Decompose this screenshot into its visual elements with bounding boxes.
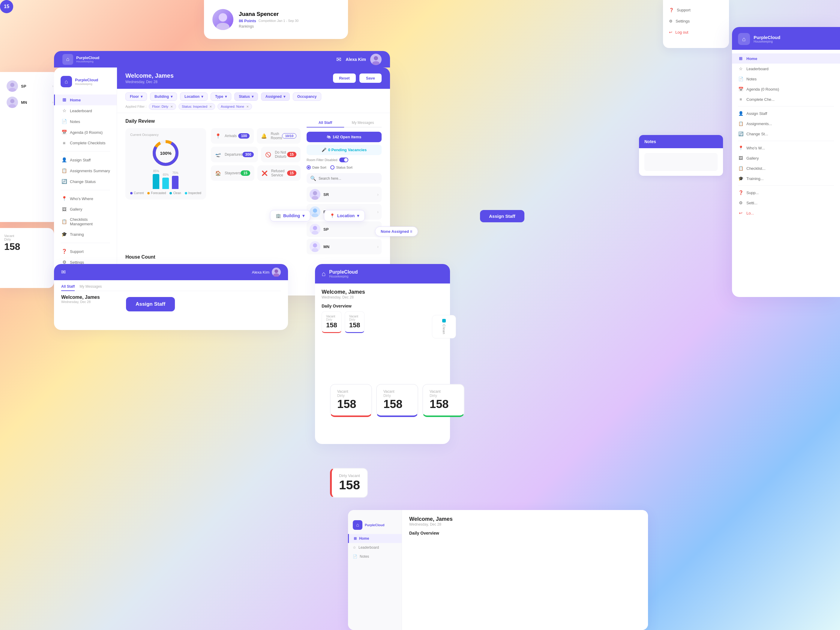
svg-point-19 (275, 269, 278, 273)
status-sort-radio[interactable]: Status Sort (330, 165, 352, 169)
ra-logout[interactable]: ↩ Lo... (732, 208, 840, 218)
bottom-right-card: ⌂ PurpleCloud Housekeeping Welcome, Jame… (315, 264, 450, 444)
tab-my-messages[interactable]: My Messages (344, 118, 382, 128)
header-logo-text: PurpleCloud (76, 55, 99, 60)
location-filter-btn[interactable]: Location ▾ (180, 92, 208, 101)
floor-filter-btn[interactable]: Floor ▾ (125, 92, 147, 101)
mc2-notes[interactable]: 📄Notes (348, 552, 402, 561)
room-filter-toggle[interactable] (339, 158, 348, 162)
occupancy-label: Occupancy (297, 95, 317, 99)
sidebar-item-whoswhere[interactable]: 📍 Who's Where (54, 193, 117, 204)
ra-gallery-label: Gallery (747, 156, 759, 161)
left-staff-mn[interactable]: MN › (3, 94, 57, 111)
sidebar-item-assignments[interactable]: 📋 Assignments Summary (54, 165, 117, 176)
chip-assigned-none[interactable]: Assigned: None ✕ (218, 103, 252, 110)
save-button[interactable]: Save (359, 74, 382, 83)
open-items-btn[interactable]: 🛍 142 Open Items (306, 132, 382, 142)
status-filter-btn[interactable]: Status ▾ (234, 92, 258, 101)
occupancy-filter-btn[interactable]: Occupancy (293, 92, 321, 101)
pm-logout[interactable]: ↩ Log out (663, 27, 729, 38)
sidebar-item-checklists-mgmt[interactable]: 📋 Checklists Management (54, 215, 117, 229)
left-staff-sp[interactable]: SP › (3, 78, 57, 94)
reset-button[interactable]: Reset (333, 74, 355, 83)
chip-floor-dirty[interactable]: Floor: Dirty ✕ (149, 103, 176, 110)
chip-status-inspected[interactable]: Status: Inspected ✕ (178, 103, 215, 110)
ra-checklist-mgmt[interactable]: 📋 Checklist... (732, 163, 840, 174)
pending-vacancies-btn[interactable]: 🎤 0 Pending Vacancies (306, 145, 382, 155)
type-filter-btn[interactable]: Type ▾ (211, 92, 231, 101)
ra-leaderboard[interactable]: ☆ Leaderboard (732, 63, 840, 74)
chip-x-1[interactable]: ✕ (171, 105, 173, 108)
sidebar-item-support[interactable]: ❓ Support (54, 246, 117, 257)
ra-gallery[interactable]: 🖼 Gallery (732, 153, 840, 163)
bc-tab-all-staff[interactable]: All Staff (61, 284, 75, 291)
svg-point-0 (219, 13, 227, 22)
sidebar-item-changestatus[interactable]: 🔄 Change Status (54, 176, 117, 187)
avatar-mn-panel (309, 241, 321, 252)
staff-mn-arrow: › (377, 244, 379, 249)
sidebar-item-agenda[interactable]: 📅 Agenda (0 Rooms) (54, 127, 117, 138)
building-filter-large[interactable]: 🏢 Building ▾ (270, 210, 310, 221)
filter-row-1: Floor ▾ Building ▾ Location ▾ Type ▾ Sta… (125, 92, 382, 101)
sidebar-item-home[interactable]: ⊞ Home (54, 95, 117, 105)
sidebar-item-leaderboard[interactable]: ☆ Leaderboard (54, 105, 117, 116)
header-actions: Reset Save (333, 74, 382, 83)
ra-agenda[interactable]: 📅 Agenda (0 Rooms) (732, 84, 840, 94)
bc-mail-icon[interactable]: ✉ (61, 269, 66, 275)
tab-all-staff[interactable]: All Staff (306, 118, 344, 128)
none-assigned-chip[interactable]: None Assigned = (375, 226, 418, 237)
ra-settings[interactable]: ⚙ Setti... (732, 198, 840, 208)
pm-settings[interactable]: ⚙ Settings (663, 16, 729, 27)
ra-leaderboard-label: Leaderboard (747, 66, 769, 71)
mc2-leaderboard[interactable]: ☆Leaderboard (348, 543, 402, 552)
ra-notes[interactable]: 📄 Notes (732, 74, 840, 84)
chip-x-2[interactable]: ✕ (209, 105, 212, 108)
location-filter-large[interactable]: 📍 Location ▾ (324, 210, 365, 221)
bc-header: ✉ Alexa Kim (54, 264, 288, 280)
checklists-mgmt-label: Checklists Management (70, 217, 110, 226)
ra-support[interactable]: ❓ Supp... (732, 188, 840, 198)
stayovers-icon: 🏠 (215, 171, 221, 176)
ra-assignments[interactable]: 📋 Assignments... (732, 118, 840, 129)
building-label: Building (155, 95, 169, 99)
sidebar-item-assign[interactable]: 👤 Assign Staff (54, 155, 117, 165)
sidebar-item-training[interactable]: 🎓 Training (54, 229, 117, 240)
sidebar-item-gallery[interactable]: 🖼 Gallery (54, 204, 117, 215)
mc2-home[interactable]: ⊞Home (348, 534, 402, 543)
ra-home[interactable]: ⊞ Home (732, 54, 840, 63)
date-sort-radio[interactable]: Date Sort (306, 165, 326, 169)
building-filter-btn[interactable]: Building ▾ (150, 92, 177, 101)
type-label: Type (215, 95, 223, 99)
status-label: Status (239, 95, 250, 99)
user-big-avatar (212, 9, 234, 30)
legend-forecasted-dot (147, 192, 150, 194)
staff-sr[interactable]: SR › (306, 186, 382, 202)
staff-sr-arrow: › (377, 192, 379, 197)
assigned-filter-btn[interactable]: Assigned ▾ (261, 92, 290, 101)
ra-whoswhere[interactable]: 📍 Who's W... (732, 143, 840, 153)
staff-sp[interactable]: SP › (306, 221, 382, 237)
house-count-title: House Count (125, 254, 301, 260)
room-filter-label: Room Filter Disabled (306, 158, 338, 162)
assign-staff-right[interactable]: Assign Staff (480, 210, 524, 222)
building-icon-large: 🏢 (276, 213, 281, 218)
sidebar-item-notes[interactable]: 📄 Notes (54, 116, 117, 127)
ra-changestatus[interactable]: 🔄 Change St... (732, 129, 840, 139)
bc-tab-messages[interactable]: My Messages (79, 284, 102, 291)
assign-staff-floating[interactable]: Assign Staff (126, 297, 175, 311)
floor-chevron: ▾ (141, 95, 142, 99)
ra-checklists[interactable]: ≡ Complete Che... (732, 94, 840, 104)
review-inner: Current Occupancy 100% (125, 128, 301, 199)
search-input[interactable] (319, 177, 378, 181)
checklists-mgmt-icon: 📋 (62, 219, 67, 224)
ra-assign[interactable]: 👤 Assign Staff (732, 108, 840, 118)
chip-x-3[interactable]: ✕ (246, 105, 249, 108)
pm-support[interactable]: ❓ Support (663, 5, 729, 15)
staff-sr-name: SR (324, 192, 374, 197)
brc-hc-2: Vacant Dirty 158 (345, 311, 365, 333)
mail-icon[interactable]: ✉ (336, 56, 341, 63)
staff-mn[interactable]: MN › (306, 239, 382, 254)
ra-training[interactable]: 🎓 Training... (732, 174, 840, 183)
ra-cm-icon: 📋 (738, 166, 744, 171)
sidebar-item-checklists[interactable]: ≡ Complete Checklists (54, 138, 117, 148)
